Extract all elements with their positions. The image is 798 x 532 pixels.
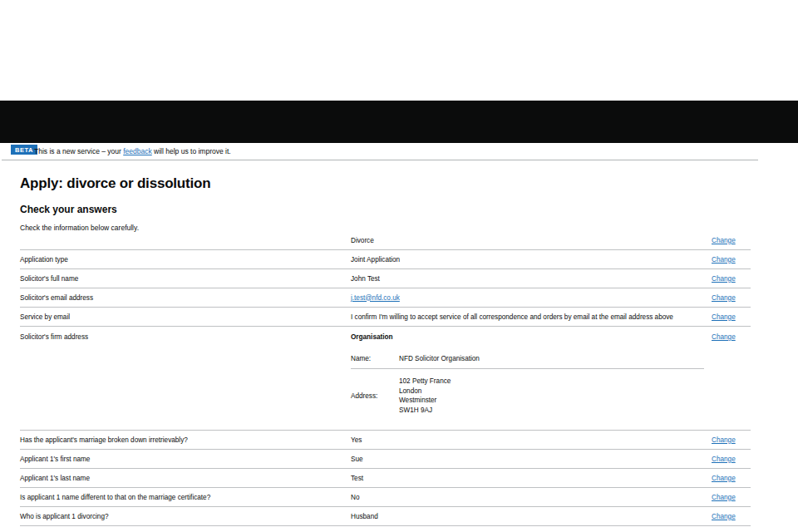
- answer-value: John Test: [351, 274, 712, 283]
- change-link[interactable]: Change: [712, 275, 736, 283]
- answer-row-applicant1-first-name: Applicant 1's first name Sue Change: [20, 450, 751, 469]
- answer-label: Solicitor's email address: [20, 293, 351, 303]
- answer-row-application-type: Application type Joint Application Chang…: [20, 250, 751, 269]
- phase-banner-text: This is a new service – your feedback wi…: [34, 147, 231, 155]
- feedback-link[interactable]: feedback: [123, 147, 152, 155]
- change-link[interactable]: Change: [712, 513, 736, 520]
- change-link[interactable]: Change: [712, 294, 736, 302]
- answer-row-name-different: Is applicant 1 name different to that on…: [20, 488, 751, 507]
- answer-label: Solicitor's firm address: [20, 332, 351, 342]
- organisation-address-row: Address: 102 Petty France London Westmin…: [351, 369, 704, 415]
- email-link[interactable]: j.test@nfd.co.uk: [351, 294, 400, 302]
- sign-out-link[interactable]: Sign out: [751, 207, 782, 216]
- answer-row-firm-address: Solicitor's firm address Organisation Na…: [20, 327, 751, 431]
- answer-label: Applicant 1's last name: [20, 474, 351, 483]
- change-link[interactable]: Change: [712, 475, 736, 482]
- answer-row-who-divorcing: Who is applicant 1 divorcing? Husband Ch…: [20, 507, 751, 526]
- change-link[interactable]: Change: [712, 333, 736, 341]
- answer-value: Sue: [351, 455, 712, 464]
- address-line: London: [399, 387, 451, 397]
- phase-banner: BETA This is a new service – your feedba…: [2, 144, 758, 160]
- answer-label: Solicitor's full name: [20, 274, 351, 283]
- answer-row-solicitor-name: Solicitor's full name John Test Change: [20, 269, 751, 288]
- organisation-address-value: 102 Petty France London Westminster SW1H…: [399, 377, 451, 415]
- change-link[interactable]: Change: [712, 256, 736, 264]
- answer-row-applicant1-last-name: Applicant 1's last name Test Change: [20, 469, 751, 488]
- answer-label: Who is applicant 1 divorcing?: [20, 512, 351, 521]
- change-link[interactable]: Change: [712, 313, 736, 321]
- answer-value: Divorce: [351, 236, 712, 245]
- firm-address-value: Organisation Name: NFD Solicitor Organis…: [351, 332, 712, 415]
- answer-row-marriage-broken-down: Has the applicant's marriage broken down…: [20, 431, 751, 450]
- answer-label: Application type: [20, 255, 351, 264]
- answer-value: Joint Application: [351, 255, 712, 264]
- change-link[interactable]: Change: [712, 494, 736, 501]
- address-line: 102 Petty France: [399, 377, 451, 387]
- answer-value: Test: [351, 474, 712, 483]
- app-header: MyHMCTS Manage Cases Sign out Case list …: [0, 101, 798, 143]
- change-link[interactable]: Change: [712, 456, 736, 463]
- change-link[interactable]: Change: [712, 237, 736, 244]
- answers-table: Divorce Change Application type Joint Ap…: [20, 231, 751, 526]
- answer-label: Has the applicant's marriage broken down…: [20, 436, 351, 445]
- main-content: Apply: divorce or dissolution Check your…: [20, 160, 751, 526]
- organisation-name-label: Name:: [351, 354, 399, 363]
- answer-row-solicitor-email: Solicitor's email address j.test@nfd.co.…: [20, 288, 751, 308]
- organisation-heading: Organisation: [351, 332, 712, 342]
- answer-value: Yes: [351, 436, 712, 445]
- search-icon[interactable]: [775, 225, 784, 234]
- address-line: SW1H 9AJ: [399, 406, 451, 416]
- phase-text-before: This is a new service – your: [34, 147, 123, 155]
- answer-value: No: [351, 493, 712, 502]
- organisation-subtable: Name: NFD Solicitor Organisation Address…: [351, 351, 704, 415]
- answer-row-divorce: Divorce Change: [20, 231, 751, 250]
- phase-text-after: will help us to improve it.: [152, 147, 231, 155]
- answer-label: Service by email: [20, 313, 351, 322]
- organisation-name-row: Name: NFD Solicitor Organisation: [351, 351, 704, 369]
- answer-value: Husband: [351, 512, 712, 521]
- answer-row-service-by-email: Service by email I confirm I'm willing t…: [20, 308, 751, 327]
- answer-label: Applicant 1's first name: [20, 455, 351, 464]
- organisation-address-label: Address:: [351, 392, 399, 401]
- change-link[interactable]: Change: [712, 436, 736, 444]
- page-title: Apply: divorce or dissolution: [20, 175, 751, 193]
- check-your-answers-heading: Check your answers: [20, 204, 751, 216]
- answer-label: Is applicant 1 name different to that on…: [20, 493, 351, 502]
- address-line: Westminster: [399, 396, 451, 406]
- answer-value: I confirm I'm willing to accept service …: [351, 313, 712, 322]
- organisation-name-value: NFD Solicitor Organisation: [399, 354, 480, 363]
